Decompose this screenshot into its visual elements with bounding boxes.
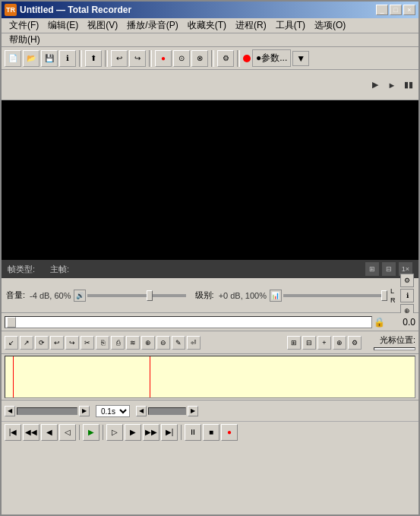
volume-slider[interactable] — [87, 290, 185, 302]
vu-r-row: R — [390, 296, 398, 304]
menu-edit[interactable]: 编辑(E) — [43, 17, 83, 33]
tb-redo[interactable]: ↪ — [129, 50, 146, 67]
status-icon-1[interactable]: ⊞ — [365, 262, 379, 276]
h-scrollbar[interactable] — [17, 407, 77, 415]
position-thumb[interactable] — [7, 317, 16, 328]
t-paste[interactable]: ⎙ — [111, 336, 125, 350]
toolbar: 📄 📂 💾 ℹ ⬆ ↩ ↪ ● ⊙ ⊗ ⚙ ●参数... ▼ — [2, 47, 418, 70]
pb-play[interactable]: ▶ — [83, 424, 99, 441]
vu-side-icons: ⚙ ℹ ⊕ — [400, 274, 414, 318]
t-add-marker[interactable]: ⊕ — [141, 336, 155, 350]
play-btn-top[interactable]: ► — [385, 78, 399, 92]
tb-new[interactable]: 📄 — [5, 50, 21, 67]
pb-sep2 — [103, 425, 103, 440]
scroll-right-btn[interactable]: ▶ — [79, 406, 90, 416]
t-move-end[interactable]: ↗ — [20, 336, 33, 350]
pb-to-end[interactable]: ▶| — [161, 424, 178, 441]
frame-type-label: 帧类型: — [8, 264, 35, 275]
tb-save[interactable]: 💾 — [41, 50, 58, 67]
pb-prev-frame[interactable]: ◀ — [41, 424, 58, 441]
t-right-5[interactable]: ⚙ — [348, 336, 362, 350]
scroll-left-btn[interactable]: ◀ — [5, 406, 15, 416]
vol-thumb[interactable] — [147, 290, 153, 301]
t-refresh[interactable]: ⟳ — [35, 336, 49, 350]
position-slider[interactable] — [5, 316, 372, 328]
time-unit-select[interactable]: 0.1s — [96, 405, 130, 417]
tb-export[interactable]: ⬆ — [85, 50, 102, 67]
pb-next[interactable]: ▷ — [106, 424, 123, 441]
t-undo[interactable]: ↩ — [50, 336, 64, 350]
pb-fwd-fast[interactable]: ▶▶ — [143, 424, 159, 441]
tb-rec3[interactable]: ⊗ — [191, 50, 208, 67]
menu-tools[interactable]: 工具(T) — [271, 17, 310, 33]
tb-open[interactable]: 📂 — [23, 50, 39, 67]
menu-options[interactable]: 选项(O) — [310, 17, 350, 33]
menu-bookmarks[interactable]: 收藏夹(T) — [183, 17, 231, 33]
timeline-cursor-2 — [150, 356, 150, 397]
vol-track — [87, 294, 185, 297]
minimize-button[interactable]: _ — [376, 5, 388, 15]
vol-row: 🔊 — [74, 290, 185, 302]
t-right-2[interactable]: ⊟ — [302, 336, 316, 350]
tb-undo[interactable]: ↩ — [111, 50, 128, 67]
t-cut[interactable]: ✂ — [81, 336, 94, 350]
transport-section: ↙ ↗ ⟳ ↩ ↪ ✂ ⎘ ⎙ ≋ ⊕ ⊖ ✎ ⏎ ⊞ ⊟ + ⊕ ⚙ — [2, 331, 418, 400]
scroll-left2-btn[interactable]: ◀ — [136, 406, 147, 416]
pb-sep1 — [79, 425, 80, 440]
t-mix[interactable]: ≋ — [126, 336, 140, 350]
scroll-right2-btn[interactable]: ▶ — [188, 406, 198, 416]
t-copy[interactable]: ⎘ — [96, 336, 109, 350]
vu-meter-area: L R ⚙ ℹ ⊕ — [390, 274, 414, 318]
pause-btn-top[interactable]: ▮▮ — [402, 78, 415, 92]
pb-next-frame[interactable]: ▶ — [125, 424, 141, 441]
t-right-3[interactable]: + — [317, 336, 331, 350]
timeline-track[interactable] — [5, 356, 415, 398]
level-controls: 📊 — [270, 290, 381, 302]
pb-prev[interactable]: ◁ — [59, 424, 76, 441]
tb-info[interactable]: ℹ — [59, 50, 76, 67]
t-return[interactable]: ⏎ — [187, 336, 201, 350]
right-icons: ⊞ ⊟ + ⊕ ⚙ — [287, 336, 362, 350]
t-redo[interactable]: ↪ — [65, 336, 79, 350]
t-right-1[interactable]: ⊞ — [287, 336, 301, 350]
menu-view[interactable]: 视图(V) — [83, 17, 122, 33]
maximize-button[interactable]: □ — [390, 5, 402, 15]
close-button[interactable]: × — [403, 5, 415, 15]
timeline-cursor — [13, 356, 14, 397]
video-display — [2, 100, 418, 260]
pb-to-start[interactable]: |◀ — [5, 424, 21, 441]
menu-process[interactable]: 进程(R) — [231, 17, 271, 33]
record-dot — [243, 55, 251, 62]
level-thumb[interactable] — [381, 290, 387, 301]
vu-side-btn-2[interactable]: ℹ — [400, 289, 414, 302]
pb-record[interactable]: ● — [221, 424, 238, 441]
t-right-4[interactable]: ⊕ — [333, 336, 346, 350]
toolbar-sep-3 — [149, 50, 152, 67]
params-button[interactable]: ●参数... — [252, 49, 291, 67]
volume-value: -4 dB, 60% — [30, 291, 71, 300]
vu-side-btn-1[interactable]: ⚙ — [400, 274, 414, 287]
volume-section: 音量: -4 dB, 60% 🔊 级别: +0 dB, 100% 📊 — [2, 278, 418, 313]
title-buttons: _ □ × — [376, 5, 415, 15]
lock-icon[interactable]: 🔒 — [372, 315, 386, 329]
go-btn[interactable]: ▶ — [368, 78, 382, 92]
tb-record[interactable]: ● — [155, 50, 172, 67]
level-icon[interactable]: 📊 — [270, 290, 282, 302]
menu-file[interactable]: 文件(F) — [5, 17, 43, 33]
menu-help[interactable]: 帮助(H) — [5, 32, 45, 48]
position-bar: 🔒 0.0 — [2, 313, 418, 331]
pb-pause[interactable]: ⏸ — [185, 424, 201, 441]
params-arrow-button[interactable]: ▼ — [292, 51, 309, 66]
tb-settings[interactable]: ⚙ — [217, 50, 234, 67]
t-del-marker[interactable]: ⊖ — [156, 336, 170, 350]
h-scrollbar2[interactable] — [148, 407, 186, 415]
vol-speaker-icon[interactable]: 🔊 — [74, 290, 86, 302]
tb-rec2[interactable]: ⊙ — [173, 50, 190, 67]
menu-playback[interactable]: 播放/录音(P) — [122, 17, 182, 33]
level-value: +0 dB, 100% — [219, 291, 267, 300]
pb-stop[interactable]: ■ — [203, 424, 219, 441]
pb-rewind-fast[interactable]: ◀◀ — [23, 424, 39, 441]
level-slider[interactable] — [283, 290, 381, 302]
t-move-start[interactable]: ↙ — [5, 336, 18, 350]
t-edit[interactable]: ✎ — [172, 336, 185, 350]
